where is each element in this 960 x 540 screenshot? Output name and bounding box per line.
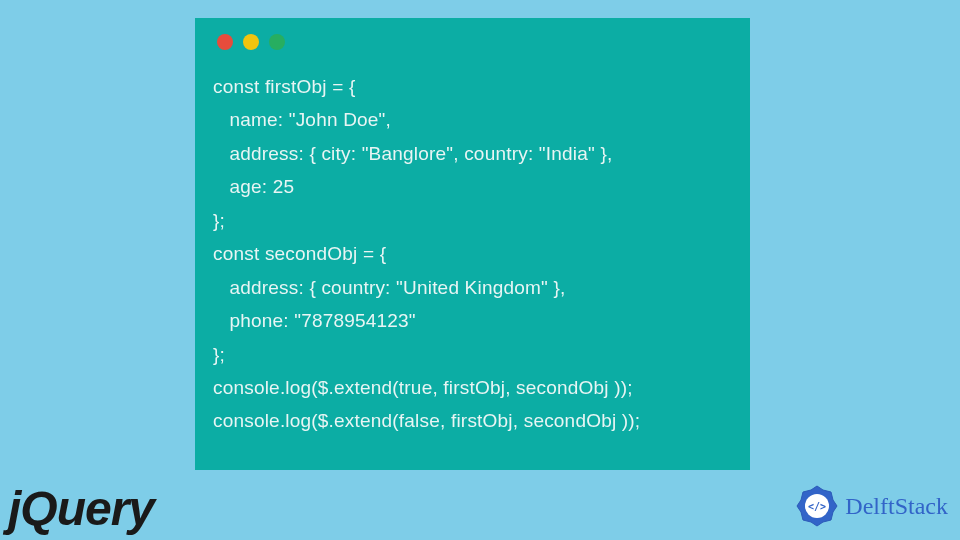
jquery-logo: jQuery — [8, 481, 154, 536]
window-controls — [217, 34, 732, 50]
delftstack-label: DelftStack — [845, 493, 948, 520]
svg-text:</>: </> — [808, 501, 826, 512]
code-window: const firstObj = { name: "John Doe", add… — [195, 18, 750, 470]
minimize-icon — [243, 34, 259, 50]
delftstack-logo: </> DelftStack — [793, 482, 948, 530]
code-block: const firstObj = { name: "John Doe", add… — [213, 70, 732, 438]
close-icon — [217, 34, 233, 50]
gear-icon: </> — [793, 482, 841, 530]
maximize-icon — [269, 34, 285, 50]
